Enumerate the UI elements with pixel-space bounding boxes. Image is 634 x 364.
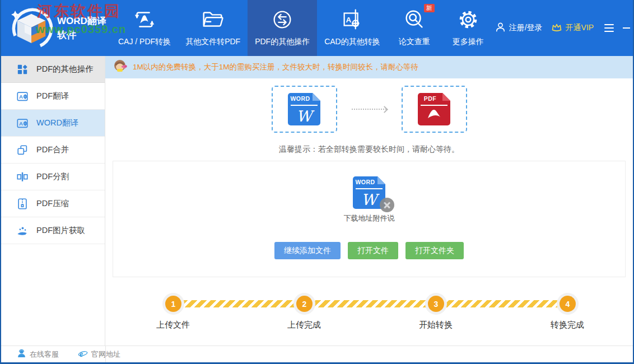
file-list-panel: WORD W 下载地址附件说 继续添加文件 打开文件 打开文件夹 — [113, 161, 626, 277]
vip-button[interactable]: 开通VIP — [551, 22, 594, 35]
tab-files-to-pdf[interactable]: 其他文件转PDF — [178, 0, 248, 56]
arrow-right-icon — [352, 107, 387, 112]
translate-icon: A — [16, 117, 29, 129]
footer-divider — [105, 346, 106, 362]
sidebar-item-label: PDF压缩 — [36, 198, 69, 209]
app-logo-icon — [8, 3, 55, 53]
progress-stripe-bar — [173, 300, 567, 307]
tab-cad-convert[interactable]: A CAD的其他转换 — [317, 0, 388, 56]
top-bar: WORD翻译 软件 CAJ / PDF转换 — [1, 0, 633, 56]
official-site-link[interactable]: e 官网地址 — [78, 349, 120, 360]
crown-icon — [551, 22, 562, 35]
sidebar-item-pdf-image-extract[interactable]: PDF图片获取 — [1, 217, 105, 244]
add-more-files-button[interactable]: 继续添加文件 — [274, 242, 341, 259]
step-circle-1: 1 — [165, 296, 181, 312]
mascot-icon — [113, 58, 128, 76]
tab-label: PDF的其他操作 — [255, 37, 310, 47]
sidebar-header-pdf-other-ops[interactable]: PDF的其他操作 — [1, 56, 105, 83]
sidebar-item-label: WORD翻译 — [36, 118, 78, 128]
footer-bar: 在线客服 e 官网地址 — [1, 346, 633, 362]
sidebar-item-word-translate[interactable]: A WORD翻译 — [1, 110, 105, 137]
tab-label: CAJ / PDF转换 — [118, 37, 171, 47]
word-file-icon: WORD W — [288, 93, 320, 125]
tab-label: CAD的其他转换 — [324, 37, 380, 47]
source-format-box: WORD W — [272, 86, 337, 133]
sidebar-item-label: PDF合并 — [36, 144, 69, 155]
app-brand: WORD翻译 软件 — [1, 0, 111, 56]
sidebar: PDF的其他操作 A PDF翻译 A WORD翻译 — [1, 56, 105, 346]
pdf-file-icon: PDF — [418, 93, 450, 125]
minimize-button[interactable] — [623, 27, 630, 29]
tab-label: 论文查重 — [399, 37, 430, 47]
notice-text: 1M以内的免费转换，大于1M的需购买注册，文件较大时，转换时间较长，请耐心等待 — [133, 62, 418, 72]
image-extract-icon — [16, 225, 29, 237]
sidebar-item-pdf-split[interactable]: PDF分割 — [1, 164, 105, 190]
window-controls — [604, 24, 634, 32]
login-label: 注册/登录 — [509, 23, 543, 33]
step-label-2: 上传完成 — [265, 320, 343, 330]
step-circle-4: 4 — [560, 296, 576, 312]
conversion-direction: WORD W PDF — [105, 86, 633, 133]
sidebar-header-label: PDF的其他操作 — [36, 64, 94, 74]
action-buttons: 继续添加文件 打开文件 打开文件夹 — [113, 242, 625, 259]
notice-bar: 1M以内的免费转换，大于1M的需购买注册，文件较大时，转换时间较长，请耐心等待 — [105, 56, 633, 78]
sidebar-item-pdf-translate[interactable]: A PDF翻译 — [1, 83, 105, 110]
svg-text:A: A — [19, 120, 23, 127]
online-support-link[interactable]: 在线客服 — [17, 349, 59, 360]
sidebar-item-label: PDF图片获取 — [36, 225, 85, 236]
top-nav-tabs: CAJ / PDF转换 其他文件转PDF — [111, 0, 495, 56]
file-item: WORD W 下载地址附件说 — [113, 176, 625, 223]
support-icon — [17, 349, 26, 360]
caj-pdf-convert-icon — [132, 6, 157, 33]
step-label-4: 转换完成 — [528, 320, 607, 330]
new-badge: 新 — [424, 4, 435, 12]
grid-icon — [16, 63, 29, 76]
tab-pdf-other-ops[interactable]: PDF的其他操作 — [248, 0, 317, 56]
step-label-3: 开始转换 — [397, 320, 475, 330]
online-support-label: 在线客服 — [30, 349, 59, 360]
split-icon — [16, 171, 29, 183]
sidebar-item-pdf-compress[interactable]: PDF压缩 — [1, 190, 105, 217]
main-content: WORD W PDF — [105, 78, 633, 346]
files-to-pdf-icon — [200, 6, 226, 33]
tab-label: 其他文件转PDF — [185, 37, 240, 47]
open-file-button[interactable]: 打开文件 — [348, 242, 398, 259]
file-name: 下载地址附件说 — [344, 213, 395, 223]
target-format-box: PDF — [402, 86, 467, 133]
sidebar-item-label: PDF分割 — [36, 171, 69, 182]
remove-file-button[interactable] — [380, 198, 394, 212]
gear-icon — [455, 6, 481, 33]
open-folder-button[interactable]: 打开文件夹 — [405, 242, 464, 259]
cad-convert-icon: A — [339, 6, 365, 33]
tab-plagiarism-check[interactable]: 新 论文查重 — [388, 0, 441, 56]
step-label-1: 上传文件 — [134, 320, 212, 330]
sidebar-item-pdf-merge[interactable]: PDF合并 — [1, 137, 105, 164]
step-circle-3: 3 — [428, 296, 444, 312]
svg-text:A: A — [346, 15, 351, 24]
sidebar-item-label: PDF翻译 — [36, 91, 69, 101]
vip-label: 开通VIP — [566, 23, 594, 33]
merge-icon — [16, 144, 29, 156]
compress-icon — [16, 198, 29, 210]
conversion-tip: 温馨提示：若全部转换需要较长时间，请耐心等待。 — [105, 144, 633, 155]
svg-text:A: A — [19, 94, 23, 100]
tab-more-ops[interactable]: 更多操作 — [441, 0, 495, 56]
user-icon — [495, 22, 506, 34]
svg-text:e: e — [80, 349, 83, 358]
translate-icon: A — [16, 90, 29, 102]
app-title: WORD翻译 软件 — [57, 14, 106, 42]
login-button[interactable]: 注册/登录 — [495, 22, 543, 34]
step-circle-2: 2 — [296, 296, 313, 312]
tab-label: 更多操作 — [453, 37, 484, 47]
top-right-cluster: 注册/登录 开通VIP — [495, 0, 634, 56]
menu-icon[interactable] — [604, 24, 614, 32]
app-window: 河东软件园 www.pc0359.cn WORD翻译 软件 — [0, 0, 634, 364]
plagiarism-check-icon — [402, 6, 427, 33]
website-icon: e — [78, 349, 88, 360]
official-site-label: 官网地址 — [91, 349, 120, 360]
tab-caj-pdf-convert[interactable]: CAJ / PDF转换 — [111, 0, 178, 56]
progress-steps: 1 2 3 4 上传文件 上传完成 开始转换 转换完成 — [105, 296, 633, 335]
pdf-other-ops-icon — [269, 6, 295, 33]
